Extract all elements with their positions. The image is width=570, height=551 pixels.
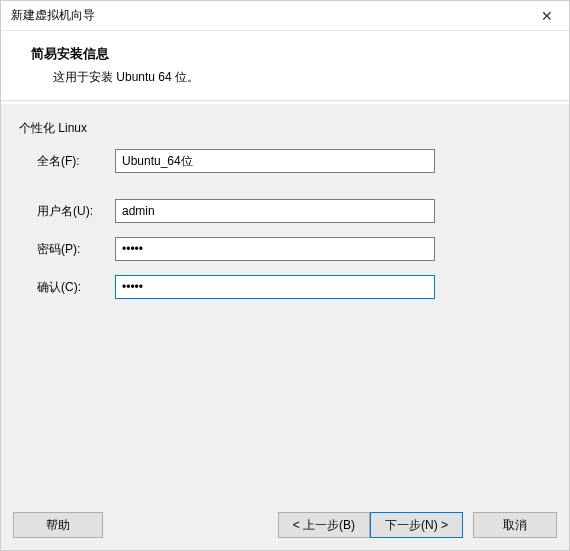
cancel-button[interactable]: 取消: [473, 512, 557, 538]
wizard-body: 个性化 Linux 全名(F): 用户名(U): 密码(P): 确认(C):: [1, 104, 569, 502]
confirm-input[interactable]: [115, 275, 435, 299]
username-input[interactable]: [115, 199, 435, 223]
wizard-subheading: 这用于安装 Ubuntu 64 位。: [31, 69, 559, 86]
username-label: 用户名(U):: [19, 203, 115, 220]
titlebar: 新建虚拟机向导 ✕: [1, 1, 569, 31]
new-vm-wizard-window: 新建虚拟机向导 ✕ 简易安装信息 这用于安装 Ubuntu 64 位。 个性化 …: [0, 0, 570, 551]
confirm-label: 确认(C):: [19, 279, 115, 296]
group-label: 个性化 Linux: [19, 120, 551, 137]
help-button[interactable]: 帮助: [13, 512, 103, 538]
password-row: 密码(P):: [19, 237, 551, 261]
fullname-label: 全名(F):: [19, 153, 115, 170]
password-input[interactable]: [115, 237, 435, 261]
next-button[interactable]: 下一步(N) >: [370, 512, 463, 538]
username-row: 用户名(U):: [19, 199, 551, 223]
password-label: 密码(P):: [19, 241, 115, 258]
header-separator: [1, 100, 569, 102]
confirm-row: 确认(C):: [19, 275, 551, 299]
window-title: 新建虚拟机向导: [11, 7, 524, 24]
back-button[interactable]: < 上一步(B): [278, 512, 370, 538]
nav-button-group: < 上一步(B) 下一步(N) >: [278, 512, 463, 538]
close-icon: ✕: [541, 8, 553, 24]
wizard-header: 简易安装信息 这用于安装 Ubuntu 64 位。: [1, 31, 569, 100]
close-button[interactable]: ✕: [524, 1, 569, 31]
wizard-heading: 简易安装信息: [31, 45, 559, 63]
wizard-footer: 帮助 < 上一步(B) 下一步(N) > 取消: [1, 502, 569, 550]
fullname-row: 全名(F):: [19, 149, 551, 173]
fullname-input[interactable]: [115, 149, 435, 173]
